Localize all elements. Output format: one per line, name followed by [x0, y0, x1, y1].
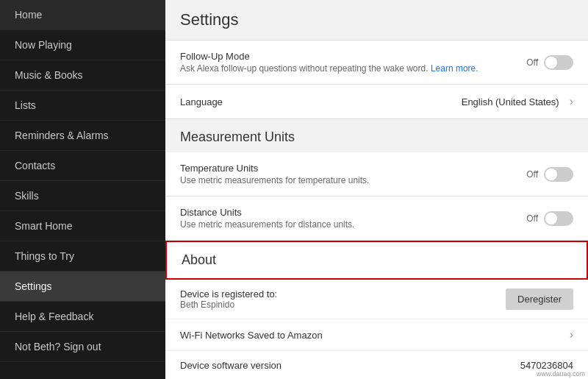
sidebar-item-label: Not Beth? Sign out — [15, 341, 101, 353]
temperature-toggle[interactable] — [544, 167, 573, 182]
temperature-section: Temperature Units Use metric measurement… — [165, 152, 588, 196]
sidebar-item-label: Skills — [15, 190, 39, 202]
device-registered-row: Device is registered to: Beth Espinido D… — [165, 280, 588, 319]
sidebar-item-label: Help & Feedback — [15, 311, 93, 322]
distance-right: Off — [526, 211, 573, 226]
follow-up-title: Follow-Up Mode — [180, 51, 526, 62]
sidebar-item-label: Reminders & Alarms — [15, 130, 109, 141]
temperature-subtitle: Use metric measurements for temperature … — [180, 175, 526, 185]
sidebar-item-label: Smart Home — [15, 220, 73, 232]
sidebar-item-home[interactable]: Home — [0, 0, 165, 30]
distance-left: Distance Units Use metric measurements f… — [180, 207, 526, 230]
device-registered-user: Beth Espinido — [180, 300, 506, 310]
follow-up-left: Follow-Up Mode Ask Alexa follow-up quest… — [180, 51, 526, 74]
device-registered-left: Device is registered to: Beth Espinido — [180, 288, 506, 310]
temperature-left: Temperature Units Use metric measurement… — [180, 163, 526, 185]
sidebar-item-label: Music & Books — [15, 69, 83, 81]
deregister-button[interactable]: Deregister — [506, 288, 573, 310]
sidebar-item-label: Home — [15, 9, 42, 21]
chevron-right-icon: › — [570, 95, 573, 108]
wifi-left: Wi-Fi Networks Saved to Amazon — [180, 330, 570, 341]
language-value: English (United States) — [462, 96, 559, 107]
about-heading: About — [182, 252, 572, 268]
sidebar-item-label: Settings — [15, 280, 52, 292]
follow-up-toggle[interactable] — [544, 55, 573, 70]
sidebar-item-label: Now Playing — [15, 39, 72, 51]
software-version-value: 5470236804 — [520, 360, 573, 371]
main-content: Settings Follow-Up Mode Ask Alexa follow… — [165, 0, 588, 379]
device-registered-label: Device is registered to: — [180, 288, 506, 300]
follow-up-row: Follow-Up Mode Ask Alexa follow-up quest… — [165, 40, 588, 84]
wifi-label: Wi-Fi Networks Saved to Amazon — [180, 330, 570, 341]
sidebar-item-sign-out[interactable]: Not Beth? Sign out — [0, 332, 165, 362]
sidebar-item-label: Things to Try — [15, 250, 74, 262]
software-version-label: Device software version — [180, 360, 520, 371]
watermark: www.dauaq.com — [537, 370, 585, 378]
measurement-section-header: Measurement Units — [165, 119, 588, 152]
distance-title: Distance Units — [180, 207, 526, 218]
sidebar: Home Now Playing Music & Books Lists Rem… — [0, 0, 165, 379]
sidebar-item-skills[interactable]: Skills — [0, 181, 165, 211]
language-left: Language — [180, 96, 462, 107]
temperature-right: Off — [526, 167, 573, 182]
learn-more-link[interactable]: Learn more. — [431, 63, 478, 74]
language-section: Language English (United States) › — [165, 85, 588, 119]
measurement-heading: Measurement Units — [180, 130, 573, 145]
sidebar-item-things-to-try[interactable]: Things to Try — [0, 241, 165, 272]
sidebar-item-label: Contacts — [15, 160, 55, 171]
temperature-row: Temperature Units Use metric measurement… — [165, 152, 588, 196]
sidebar-item-lists[interactable]: Lists — [0, 91, 165, 121]
wifi-row[interactable]: Wi-Fi Networks Saved to Amazon › — [165, 319, 588, 351]
page-header: Settings — [165, 0, 588, 40]
sidebar-item-contacts[interactable]: Contacts — [0, 151, 165, 181]
language-row[interactable]: Language English (United States) › — [165, 85, 588, 118]
distance-subtitle: Use metric measurements for distance uni… — [180, 219, 526, 230]
follow-up-toggle-label: Off — [526, 57, 538, 68]
temperature-toggle-label: Off — [526, 169, 538, 180]
software-version-left: Device software version — [180, 360, 520, 371]
distance-section: Distance Units Use metric measurements f… — [165, 196, 588, 241]
temperature-title: Temperature Units — [180, 163, 526, 174]
sidebar-item-settings[interactable]: Settings — [0, 272, 165, 302]
distance-row: Distance Units Use metric measurements f… — [165, 196, 588, 240]
software-version-row: Device software version 5470236804 — [165, 351, 588, 379]
page-title: Settings — [180, 10, 573, 29]
follow-up-subtitle: Ask Alexa follow-up questions without re… — [180, 63, 526, 74]
sidebar-item-smart-home[interactable]: Smart Home — [0, 211, 165, 241]
follow-up-section: Follow-Up Mode Ask Alexa follow-up quest… — [165, 40, 588, 85]
sidebar-item-help-feedback[interactable]: Help & Feedback — [0, 302, 165, 332]
about-section-header: About — [165, 241, 588, 280]
language-title: Language — [180, 96, 462, 107]
sidebar-item-label: Lists — [15, 99, 36, 111]
sidebar-item-now-playing[interactable]: Now Playing — [0, 30, 165, 60]
distance-toggle-label: Off — [526, 213, 538, 224]
chevron-right-icon: › — [570, 328, 573, 341]
language-right: English (United States) › — [462, 95, 573, 108]
sidebar-item-music-books[interactable]: Music & Books — [0, 60, 165, 91]
sidebar-item-reminders-alarms[interactable]: Reminders & Alarms — [0, 121, 165, 151]
distance-toggle[interactable] — [544, 211, 573, 226]
follow-up-right: Off — [526, 55, 573, 70]
